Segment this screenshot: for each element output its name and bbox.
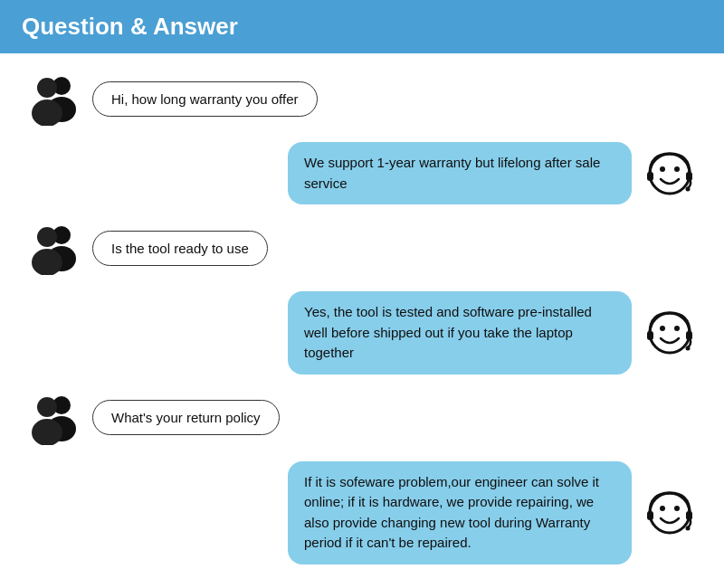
user-avatar-2 — [27, 221, 81, 275]
svg-point-5 — [660, 166, 665, 172]
svg-rect-17 — [647, 331, 653, 340]
svg-point-23 — [32, 419, 62, 445]
user-avatar-1 — [27, 71, 81, 126]
page-header: Question & Answer — [0, 0, 724, 53]
user-avatar-3 — [27, 391, 81, 445]
svg-point-29 — [686, 526, 691, 530]
svg-point-15 — [660, 326, 665, 331]
svg-rect-27 — [647, 511, 653, 520]
svg-point-26 — [674, 506, 680, 511]
user-message-2: Is the tool ready to use — [27, 221, 697, 275]
svg-point-25 — [660, 506, 665, 511]
svg-rect-7 — [647, 172, 653, 181]
svg-point-19 — [686, 346, 691, 350]
agent-avatar-2 — [643, 306, 697, 360]
agent-bubble-3: If it is sofeware problem,our engineer c… — [288, 461, 632, 564]
agent-bubble-1: We support 1-year warranty but lifelong … — [288, 142, 632, 204]
svg-point-9 — [686, 186, 691, 191]
svg-point-6 — [674, 166, 680, 172]
agent-message-1: We support 1-year warranty but lifelong … — [27, 142, 697, 204]
user-bubble-3: What's your return policy — [92, 400, 280, 435]
agent-message-2: Yes, the tool is tested and software pre… — [27, 291, 697, 375]
svg-point-16 — [674, 326, 680, 331]
svg-point-22 — [37, 397, 57, 417]
user-message-3: What's your return policy — [27, 391, 697, 445]
svg-point-3 — [32, 100, 62, 126]
svg-point-13 — [32, 249, 62, 275]
page-title: Question & Answer — [22, 13, 702, 41]
user-message-1: Hi, how long warranty you offer — [27, 71, 697, 126]
svg-point-12 — [37, 227, 57, 247]
user-bubble-1: Hi, how long warranty you offer — [92, 81, 318, 117]
chat-container: Hi, how long warranty you offer We suppo… — [0, 62, 724, 574]
agent-bubble-2: Yes, the tool is tested and software pre… — [288, 291, 632, 375]
agent-message-3: If it is sofeware problem,our engineer c… — [27, 461, 697, 564]
svg-point-2 — [37, 78, 57, 98]
user-bubble-2: Is the tool ready to use — [92, 231, 268, 266]
agent-avatar-3 — [643, 486, 697, 540]
agent-avatar-1 — [643, 147, 697, 201]
